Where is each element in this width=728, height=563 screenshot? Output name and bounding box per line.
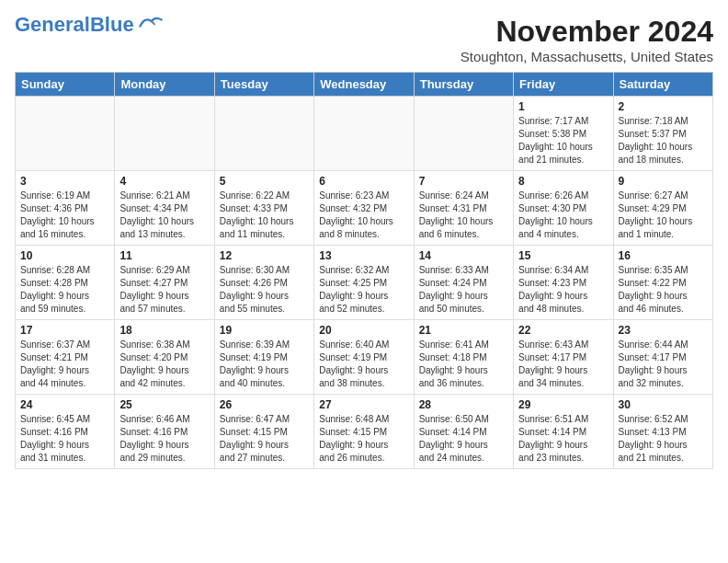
day-info: Sunrise: 6:48 AM Sunset: 4:15 PM Dayligh… xyxy=(319,413,408,465)
day-number: 14 xyxy=(419,249,508,262)
day-number: 2 xyxy=(619,100,708,113)
calendar-cell xyxy=(314,97,414,171)
day-info: Sunrise: 6:41 AM Sunset: 4:18 PM Dayligh… xyxy=(419,339,508,390)
day-info: Sunrise: 6:34 AM Sunset: 4:23 PM Dayligh… xyxy=(518,264,608,316)
day-info: Sunrise: 6:43 AM Sunset: 4:17 PM Dayligh… xyxy=(518,339,608,390)
calendar-week-4: 17Sunrise: 6:37 AM Sunset: 4:21 PM Dayli… xyxy=(16,320,713,395)
day-info: Sunrise: 6:23 AM Sunset: 4:32 PM Dayligh… xyxy=(319,190,408,241)
day-number: 21 xyxy=(419,324,508,337)
calendar-cell: 23Sunrise: 6:44 AM Sunset: 4:17 PM Dayli… xyxy=(613,320,712,395)
weekday-header-monday: Monday xyxy=(115,73,214,97)
weekday-header-friday: Friday xyxy=(514,73,613,97)
day-number: 5 xyxy=(220,175,309,188)
calendar-cell: 4Sunrise: 6:21 AM Sunset: 4:34 PM Daylig… xyxy=(115,171,214,246)
page-header: GeneralBlue November 2024 Stoughton, Mas… xyxy=(15,15,713,64)
day-number: 13 xyxy=(319,249,408,262)
calendar-cell: 15Sunrise: 6:34 AM Sunset: 4:23 PM Dayli… xyxy=(514,246,613,320)
calendar-cell: 13Sunrise: 6:32 AM Sunset: 4:25 PM Dayli… xyxy=(314,246,414,320)
calendar-cell: 5Sunrise: 6:22 AM Sunset: 4:33 PM Daylig… xyxy=(214,171,313,246)
weekday-header-wednesday: Wednesday xyxy=(314,73,414,97)
calendar-cell: 14Sunrise: 6:33 AM Sunset: 4:24 PM Dayli… xyxy=(414,246,513,320)
weekday-header-thursday: Thursday xyxy=(414,73,513,97)
day-number: 27 xyxy=(319,398,408,411)
day-number: 23 xyxy=(619,324,708,337)
calendar-cell: 19Sunrise: 6:39 AM Sunset: 4:19 PM Dayli… xyxy=(214,320,313,395)
day-info: Sunrise: 6:52 AM Sunset: 4:13 PM Dayligh… xyxy=(619,413,708,465)
day-info: Sunrise: 6:19 AM Sunset: 4:36 PM Dayligh… xyxy=(20,190,109,241)
calendar-cell: 24Sunrise: 6:45 AM Sunset: 4:16 PM Dayli… xyxy=(16,395,115,469)
logo: GeneralBlue xyxy=(15,15,164,35)
calendar-week-3: 10Sunrise: 6:28 AM Sunset: 4:28 PM Dayli… xyxy=(16,246,713,320)
day-number: 6 xyxy=(319,175,408,188)
weekday-header-saturday: Saturday xyxy=(613,73,712,97)
calendar-cell: 10Sunrise: 6:28 AM Sunset: 4:28 PM Dayli… xyxy=(16,246,115,320)
calendar-body: 1Sunrise: 7:17 AM Sunset: 5:38 PM Daylig… xyxy=(16,97,713,469)
day-info: Sunrise: 6:21 AM Sunset: 4:34 PM Dayligh… xyxy=(119,190,209,241)
calendar-cell: 18Sunrise: 6:38 AM Sunset: 4:20 PM Dayli… xyxy=(115,320,214,395)
day-info: Sunrise: 7:17 AM Sunset: 5:38 PM Dayligh… xyxy=(518,115,608,167)
day-info: Sunrise: 6:33 AM Sunset: 4:24 PM Dayligh… xyxy=(419,264,508,316)
calendar-cell: 25Sunrise: 6:46 AM Sunset: 4:16 PM Dayli… xyxy=(115,395,214,469)
day-number: 22 xyxy=(518,324,608,337)
calendar-cell: 6Sunrise: 6:23 AM Sunset: 4:32 PM Daylig… xyxy=(314,171,414,246)
day-number: 29 xyxy=(518,398,608,411)
calendar-cell: 8Sunrise: 6:26 AM Sunset: 4:30 PM Daylig… xyxy=(514,171,613,246)
calendar-cell: 7Sunrise: 6:24 AM Sunset: 4:31 PM Daylig… xyxy=(414,171,513,246)
day-number: 30 xyxy=(619,398,708,411)
location-title: Stoughton, Massachusetts, United States xyxy=(461,49,713,64)
day-number: 24 xyxy=(20,398,109,411)
calendar-header: SundayMondayTuesdayWednesdayThursdayFrid… xyxy=(16,73,713,97)
day-number: 28 xyxy=(419,398,508,411)
weekday-header-tuesday: Tuesday xyxy=(214,73,313,97)
calendar-cell xyxy=(16,97,115,171)
calendar-cell: 11Sunrise: 6:29 AM Sunset: 4:27 PM Dayli… xyxy=(115,246,214,320)
day-number: 26 xyxy=(220,398,309,411)
day-number: 11 xyxy=(119,249,209,262)
day-info: Sunrise: 6:29 AM Sunset: 4:27 PM Dayligh… xyxy=(119,264,209,316)
month-title: November 2024 xyxy=(461,15,713,49)
calendar-cell: 21Sunrise: 6:41 AM Sunset: 4:18 PM Dayli… xyxy=(414,320,513,395)
calendar-cell xyxy=(214,97,313,171)
day-number: 20 xyxy=(319,324,408,337)
day-info: Sunrise: 6:30 AM Sunset: 4:26 PM Dayligh… xyxy=(220,264,309,316)
day-number: 25 xyxy=(119,398,209,411)
weekday-header-sunday: Sunday xyxy=(16,73,115,97)
day-number: 12 xyxy=(220,249,309,262)
calendar-cell: 2Sunrise: 7:18 AM Sunset: 5:37 PM Daylig… xyxy=(613,97,712,171)
calendar-week-2: 3Sunrise: 6:19 AM Sunset: 4:36 PM Daylig… xyxy=(16,171,713,246)
day-info: Sunrise: 6:38 AM Sunset: 4:20 PM Dayligh… xyxy=(119,339,209,390)
day-info: Sunrise: 6:27 AM Sunset: 4:29 PM Dayligh… xyxy=(619,190,708,241)
day-info: Sunrise: 6:39 AM Sunset: 4:19 PM Dayligh… xyxy=(220,339,309,390)
day-number: 1 xyxy=(518,100,608,113)
calendar-cell xyxy=(414,97,513,171)
day-number: 16 xyxy=(619,249,708,262)
day-info: Sunrise: 6:46 AM Sunset: 4:16 PM Dayligh… xyxy=(119,413,209,465)
calendar-cell: 20Sunrise: 6:40 AM Sunset: 4:19 PM Dayli… xyxy=(314,320,414,395)
calendar-cell: 9Sunrise: 6:27 AM Sunset: 4:29 PM Daylig… xyxy=(613,171,712,246)
day-number: 19 xyxy=(220,324,309,337)
day-info: Sunrise: 6:32 AM Sunset: 4:25 PM Dayligh… xyxy=(319,264,408,316)
calendar-cell: 3Sunrise: 6:19 AM Sunset: 4:36 PM Daylig… xyxy=(16,171,115,246)
logo-text: GeneralBlue xyxy=(15,15,134,35)
day-info: Sunrise: 6:22 AM Sunset: 4:33 PM Dayligh… xyxy=(220,190,309,241)
logo-bird-icon xyxy=(138,15,164,31)
day-number: 17 xyxy=(20,324,109,337)
day-info: Sunrise: 6:51 AM Sunset: 4:14 PM Dayligh… xyxy=(518,413,608,465)
day-number: 8 xyxy=(518,175,608,188)
day-number: 4 xyxy=(119,175,209,188)
calendar-cell: 16Sunrise: 6:35 AM Sunset: 4:22 PM Dayli… xyxy=(613,246,712,320)
calendar-cell: 17Sunrise: 6:37 AM Sunset: 4:21 PM Dayli… xyxy=(16,320,115,395)
calendar-week-5: 24Sunrise: 6:45 AM Sunset: 4:16 PM Dayli… xyxy=(16,395,713,469)
day-info: Sunrise: 6:45 AM Sunset: 4:16 PM Dayligh… xyxy=(20,413,109,465)
calendar-cell xyxy=(115,97,214,171)
calendar-cell: 28Sunrise: 6:50 AM Sunset: 4:14 PM Dayli… xyxy=(414,395,513,469)
calendar-week-1: 1Sunrise: 7:17 AM Sunset: 5:38 PM Daylig… xyxy=(16,97,713,171)
calendar-cell: 22Sunrise: 6:43 AM Sunset: 4:17 PM Dayli… xyxy=(514,320,613,395)
calendar-cell: 1Sunrise: 7:17 AM Sunset: 5:38 PM Daylig… xyxy=(514,97,613,171)
weekday-header-row: SundayMondayTuesdayWednesdayThursdayFrid… xyxy=(16,73,713,97)
calendar-cell: 26Sunrise: 6:47 AM Sunset: 4:15 PM Dayli… xyxy=(214,395,313,469)
day-number: 3 xyxy=(20,175,109,188)
day-info: Sunrise: 7:18 AM Sunset: 5:37 PM Dayligh… xyxy=(619,115,708,167)
day-info: Sunrise: 6:28 AM Sunset: 4:28 PM Dayligh… xyxy=(20,264,109,316)
day-info: Sunrise: 6:47 AM Sunset: 4:15 PM Dayligh… xyxy=(220,413,309,465)
